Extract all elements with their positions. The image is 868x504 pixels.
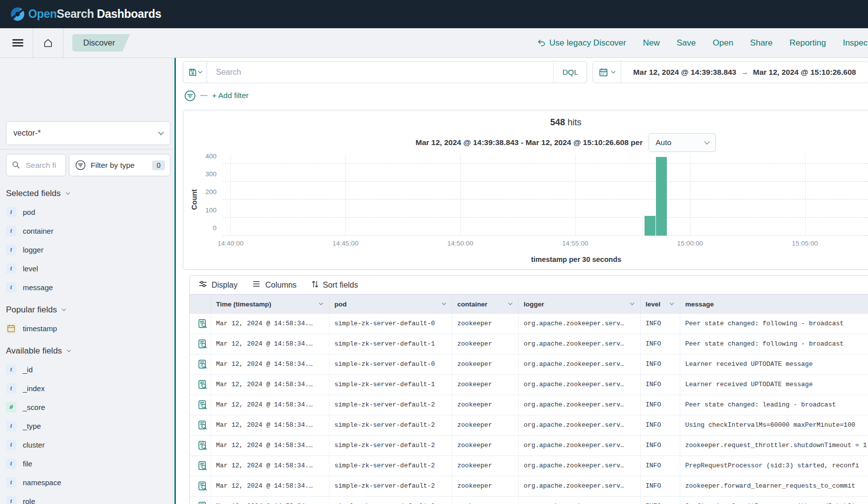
column-header-pod[interactable]: pod (329, 295, 452, 313)
column-header-label: pod (334, 301, 347, 308)
x-tick-label: 14:45:00 (332, 240, 359, 247)
index-pattern-select[interactable]: vector-* (6, 121, 170, 145)
column-header-time-timestamp[interactable]: Time (timestamp) (211, 295, 329, 313)
date-picker-quick-button[interactable] (593, 61, 621, 83)
sidebar-field-item-namespace[interactable]: tnamespace (6, 477, 170, 488)
column-header-label: logger (524, 301, 544, 308)
filter-icon[interactable] (184, 90, 196, 101)
column-header-label: container (457, 301, 488, 308)
add-filter-button[interactable]: + Add filter (212, 91, 249, 100)
column-header-level[interactable]: level (640, 295, 680, 313)
x-gridline (805, 154, 806, 236)
sidebar-field-item-file[interactable]: tfile (6, 458, 170, 469)
histogram-bar[interactable] (645, 216, 655, 236)
sidebar-field-item-logger[interactable]: tlogger (6, 244, 170, 255)
hits-label: hits (568, 117, 582, 127)
sidebar-field-sections: Selected fieldstpodtcontainertloggertlev… (6, 189, 170, 504)
column-header-container[interactable]: container (452, 295, 518, 313)
cell-level: INFO (640, 314, 680, 334)
sidebar-field-item-role[interactable]: trole (6, 496, 170, 504)
column-header-message[interactable]: message (680, 295, 868, 313)
search-input[interactable] (215, 67, 553, 77)
sidebar-field-item-score[interactable]: #_score (6, 402, 170, 412)
inspect-document-button[interactable] (198, 319, 208, 329)
menu-item-open[interactable]: Open (713, 38, 734, 48)
menu-button[interactable] (8, 33, 28, 53)
x-tick-label: 15:05:00 (792, 240, 818, 247)
sidebar-section-title-selected-fields[interactable]: Selected fields (6, 189, 170, 199)
sidebar-field-item-pod[interactable]: tpod (6, 206, 170, 217)
cell-message: Configuring CommitProcessor with readBat… (680, 497, 868, 504)
menu-item-use-legacy-discover[interactable]: Use legacy Discover (538, 38, 626, 48)
columns-button[interactable]: Columns (252, 280, 296, 290)
sidebar-field-item-id[interactable]: t_id (6, 364, 170, 375)
inspect-document-button[interactable] (198, 400, 208, 410)
cell-level: INFO (640, 476, 680, 496)
date-from[interactable]: Mar 12, 2024 @ 14:39:38.843 (633, 68, 736, 76)
saved-query-button[interactable] (183, 61, 207, 83)
display-button[interactable]: Display (199, 280, 237, 290)
sidebar-field-item-timestamp[interactable]: timestamp (6, 323, 170, 334)
cell-logger: org.apache.zookeeper.serv… (518, 314, 640, 334)
date-range[interactable]: Mar 12, 2024 @ 14:39:38.843→Mar 12, 2024… (621, 68, 868, 77)
cell-message: Peer state changed: following - broadcas… (680, 314, 868, 334)
y-tick-label: 300 (197, 170, 217, 178)
menu-item-save[interactable]: Save (677, 38, 696, 48)
sidebar-field-item-level[interactable]: tlevel (6, 263, 170, 274)
string-field-icon: t (6, 496, 16, 504)
menu-item-share[interactable]: Share (750, 38, 772, 48)
filter-by-type-button[interactable]: Filter by type 0 (69, 154, 170, 176)
chevron-down-icon (198, 69, 202, 73)
sidebar-field-item-container[interactable]: tcontainer (6, 225, 170, 236)
sidebar-field-item-message[interactable]: tmessage (6, 282, 170, 293)
interval-select[interactable]: Auto (649, 133, 716, 152)
inspect-document-button[interactable] (198, 502, 208, 504)
menu-item-label: Use legacy Discover (549, 38, 626, 48)
sidebar-section-title-popular-fields[interactable]: Popular fields (6, 305, 170, 315)
inspect-document-button[interactable] (198, 441, 208, 451)
inspect-document-button[interactable] (198, 481, 208, 492)
cell-logger: org.apache.zookeeper.serv… (518, 415, 640, 435)
expand-cell (190, 415, 211, 435)
date-to[interactable]: Mar 12, 2024 @ 15:10:26.608 (753, 68, 856, 76)
field-name: logger (23, 246, 44, 254)
sort-fields-button[interactable]: Sort fields (312, 280, 358, 290)
cell-logger: org.apache.zookeeper.serv… (518, 334, 640, 354)
cell-pod: simple-zk-server-default-1 (329, 375, 452, 395)
number-field-icon: # (6, 402, 16, 412)
histogram-bar[interactable] (656, 157, 667, 236)
dql-button[interactable]: DQL (553, 61, 587, 83)
home-button[interactable] (38, 33, 58, 53)
inspect-document-button[interactable] (198, 420, 208, 431)
inspect-document-button[interactable] (198, 380, 208, 390)
menu-item-inspect[interactable]: Inspect (843, 38, 868, 48)
inspect-document-button[interactable] (198, 339, 208, 350)
breadcrumb-discover[interactable]: Discover (72, 34, 130, 51)
table-row: Mar 12, 2024 @ 14:58:34.…simple-zk-serve… (190, 496, 868, 504)
field-name: namespace (23, 478, 61, 487)
x-tick-label: 15:00:00 (677, 240, 703, 247)
sidebar-field-item-type[interactable]: t_type (6, 420, 170, 431)
button-label: Columns (265, 281, 296, 290)
cell-time: Mar 12, 2024 @ 14:58:34.… (211, 415, 329, 435)
cell-message: Peer state changed: following - broadcas… (680, 334, 868, 354)
string-field-icon: t (6, 477, 16, 488)
field-search-input[interactable] (25, 160, 61, 170)
cell-pod: simple-zk-server-default-2 (329, 415, 452, 435)
cell-message: PrepRequestProcessor (sid:3) started, re… (680, 456, 868, 476)
sidebar-section-title-available-fields[interactable]: Available fields (6, 346, 170, 356)
menu-item-new[interactable]: New (643, 38, 660, 48)
sidebar-field-item-index[interactable]: t_index (6, 383, 170, 394)
sidebar-field-item-cluster[interactable]: tcluster (6, 439, 170, 450)
interval-value: Auto (655, 138, 671, 147)
menu-item-reporting[interactable]: Reporting (789, 38, 826, 48)
field-name: _id (23, 365, 33, 374)
opensearch-logo-icon[interactable] (11, 7, 24, 21)
cell-time: Mar 12, 2024 @ 14:58:34.… (211, 354, 329, 374)
inspect-document-button[interactable] (198, 359, 208, 370)
search-box: DQL (183, 61, 587, 83)
inspect-document-button[interactable] (198, 461, 208, 471)
column-header-logger[interactable]: logger (518, 295, 640, 313)
opensearch-discover-screen: OpenSearchDashboards Discover Use legacy… (0, 0, 868, 504)
arrow-right-icon: → (741, 68, 749, 76)
